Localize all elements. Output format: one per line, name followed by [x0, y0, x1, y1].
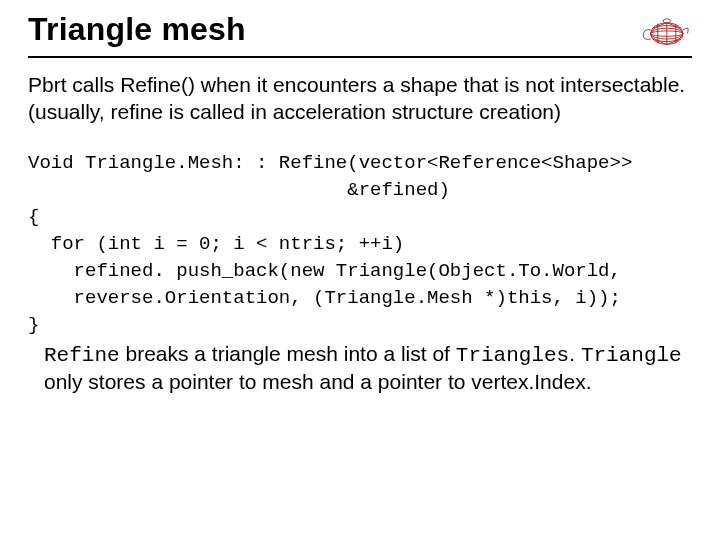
note-paragraph: Refine breaks a triangle mesh into a lis…	[44, 341, 692, 397]
note-text-2: .	[569, 342, 581, 365]
note-code-word-1: Refine	[44, 344, 120, 367]
note-text-1: breaks a triangle mesh into a list of	[120, 342, 456, 365]
note-code-word-2: Triangles	[456, 344, 569, 367]
title-row: Triangle mesh	[28, 10, 692, 52]
note-code-word-3: Triangle	[581, 344, 682, 367]
intro-paragraph: Pbrt calls Refine() when it encounters a…	[28, 72, 692, 126]
note-text-3: only stores a pointer to mesh and a poin…	[44, 370, 591, 393]
slide-title: Triangle mesh	[28, 11, 246, 48]
code-block: Void Triangle.Mesh: : Refine(vector<Refe…	[28, 150, 692, 339]
teapot-icon	[638, 10, 692, 50]
title-divider	[28, 56, 692, 58]
slide: Triangle mesh Pb	[0, 0, 720, 540]
